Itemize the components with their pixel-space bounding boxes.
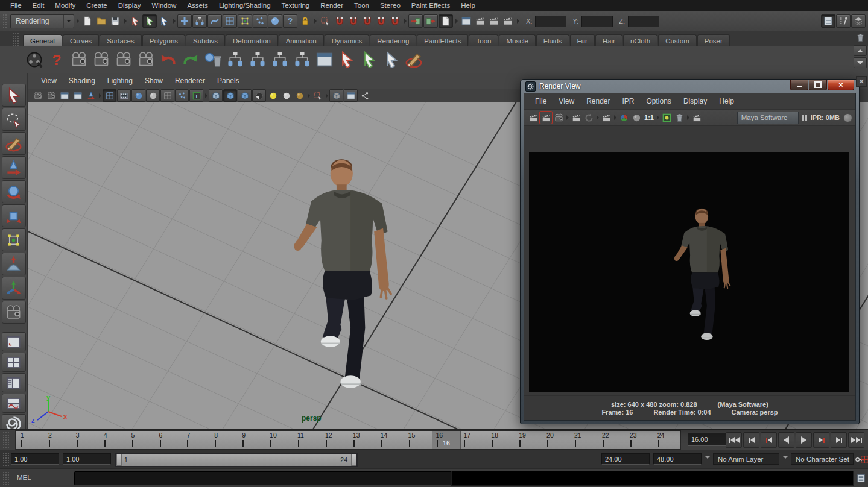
menu-toon[interactable]: Toon [349,0,375,11]
show-manipulator-tool[interactable] [2,277,26,300]
last-tool-used[interactable] [2,301,26,324]
separator-handle[interactable] [686,111,690,124]
separator-handle[interactable] [613,111,617,124]
select-surfaces-mask-icon[interactable] [223,14,237,28]
panel-menu-shading[interactable]: Shading [63,77,101,85]
single-pane-layout-button[interactable] [2,332,26,351]
separator-handle[interactable] [325,89,329,102]
chevron-down-icon[interactable] [705,456,711,462]
separator-handle[interactable] [204,89,208,102]
isolate-select-icon[interactable] [311,90,324,101]
parent-icon[interactable] [225,49,246,70]
separator-handle[interactable] [306,89,311,102]
shelf-tab-subdivs[interactable]: Subdivs [186,34,225,46]
redo-icon[interactable] [180,49,201,70]
step-forward-frame-button[interactable] [831,432,847,448]
highlight-selection-icon[interactable] [318,14,332,28]
select-joints-mask-icon[interactable] [192,14,207,28]
chevron-down-icon[interactable] [782,456,788,462]
snap-to-curves-icon[interactable] [347,14,360,28]
character-model[interactable] [288,148,400,401]
shelf-scroll-up-button[interactable] [854,45,867,56]
menu-window[interactable]: Window [146,0,182,11]
renderview-menu-options[interactable]: Options [641,97,677,105]
command-output[interactable] [451,471,854,486]
time-slider[interactable]: 1612345678910111213141516171819202122232… [15,430,681,450]
safe-title-icon[interactable] [189,89,203,102]
image-plane-icon[interactable] [71,90,84,101]
grid-toggle-icon[interactable] [103,89,116,102]
shelf-tab-polygons[interactable]: Polygons [142,34,185,46]
menu-file[interactable]: File [5,0,27,11]
separator-handle[interactable] [565,111,569,124]
select-misc-mask-icon[interactable] [283,14,297,28]
range-grip[interactable] [2,452,10,467]
script-editor-icon[interactable] [855,472,866,484]
renderview-menu-view[interactable]: View [553,97,580,105]
maximize-button[interactable] [809,80,827,90]
select-hierarchy-icon[interactable] [337,49,357,70]
separator-handle[interactable] [172,14,176,28]
menu-texturing[interactable]: Texturing [276,0,315,11]
move-tool[interactable] [2,156,26,179]
renderview-menu-render[interactable]: Render [580,97,616,105]
smooth-shade-icon[interactable] [223,89,237,102]
pause-ipr-icon[interactable] [802,115,807,121]
select-deformations-mask-icon[interactable] [238,14,252,28]
shelf-tab-deformation[interactable]: Deformation [226,34,278,46]
shelf-tab-animation[interactable]: Animation [279,34,324,46]
range-start-handle[interactable] [116,454,122,466]
separator-handle[interactable] [403,14,407,28]
four-pane-layout-button[interactable] [2,353,26,372]
menu-render[interactable]: Render [315,0,349,11]
ipr-render-icon[interactable] [487,14,501,28]
plugin-display-icon[interactable] [358,90,371,101]
roll-camera-icon[interactable] [136,49,156,70]
ipr-render-icon[interactable] [570,112,582,124]
help-icon[interactable] [46,49,67,70]
close-pane-icon[interactable]: ✕ [856,76,867,87]
open-render-view-icon[interactable] [460,14,473,28]
menu-assets[interactable]: Assets [182,0,214,11]
one-to-one-zoom-button[interactable]: 1:1 [643,112,655,124]
shelf-tab-muscle[interactable]: Muscle [499,34,535,46]
lasso-tool[interactable] [2,108,26,131]
tumble-camera-icon[interactable] [69,49,89,70]
unparent-icon[interactable] [247,49,268,70]
universal-manipulator-tool[interactable] [2,228,26,251]
track-camera-icon[interactable] [91,49,112,70]
select-camera-icon[interactable] [31,90,44,101]
separator-handle[interactable] [516,14,520,28]
soft-modification-tool[interactable] [2,253,26,275]
select-component-icon[interactable] [381,49,402,70]
keep-image-icon[interactable] [661,112,673,124]
new-scene-icon[interactable] [81,14,94,28]
field-chart-icon[interactable] [160,89,174,102]
render-current-frame-icon[interactable] [540,112,552,124]
group-icon[interactable] [270,49,290,70]
film-gate-icon[interactable] [117,89,131,102]
chevron-down-icon[interactable] [63,15,74,28]
lock-selection-icon[interactable] [299,14,312,28]
textured-lighting-icon[interactable] [293,90,306,101]
dolly-camera-icon[interactable] [113,49,134,70]
auto-keyframe-icon[interactable] [859,454,868,465]
select-rendering-mask-icon[interactable] [268,14,282,28]
refresh-ipr-icon[interactable] [583,112,595,124]
camera-attributes-icon[interactable] [45,90,57,101]
menu-stereo[interactable]: Stereo [375,0,406,11]
panel-menu-lighting[interactable]: Lighting [101,77,139,85]
two-d-pan-zoom-icon[interactable] [84,90,97,101]
persp-graph-layout-button[interactable] [2,394,26,413]
select-curves-mask-icon[interactable] [207,14,222,28]
render-view-titlebar[interactable]: Render View × [521,80,859,93]
z-coordinate-input[interactable] [628,16,659,27]
step-back-key-button[interactable] [761,432,777,448]
go-to-end-button[interactable] [848,432,864,448]
select-object-mode-icon[interactable] [142,14,157,28]
shelf-tab-rendering[interactable]: Rendering [370,34,416,46]
safe-action-icon[interactable] [175,89,189,102]
resolution-gate-icon[interactable] [131,89,145,102]
shelf-tab-poser[interactable]: Poser [697,34,730,46]
xray-display-icon[interactable] [329,89,343,102]
